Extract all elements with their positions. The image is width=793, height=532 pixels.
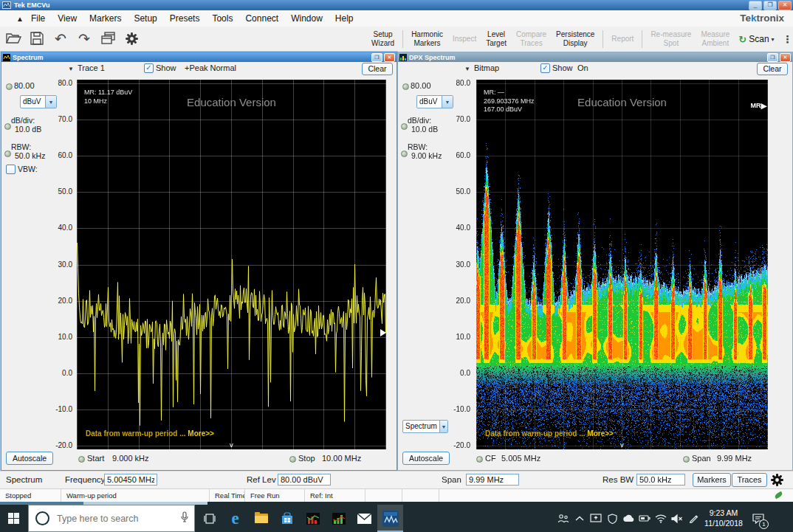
start-label: Start	[87, 454, 104, 463]
adjust-knob-icon[interactable]	[78, 456, 85, 463]
windows-start-icon[interactable]	[0, 505, 27, 532]
taskbar-clock[interactable]: 9:23 AM 11/10/2018	[701, 508, 746, 528]
ref-level-value[interactable]: 80.00	[411, 81, 431, 90]
more-link[interactable]: More>>	[188, 429, 214, 438]
open-folder-icon[interactable]	[4, 29, 22, 48]
cf-value[interactable]: 5.005 MHz	[501, 454, 540, 463]
show-checkbox[interactable]: ✓	[144, 63, 154, 73]
education-watermark: Education Version	[77, 96, 386, 108]
toolbar: ↶ ↷ SetupWizardHarmonicMarkersInspectLev…	[0, 27, 793, 52]
vbw-checkbox[interactable]	[6, 165, 16, 174]
rbw-value[interactable]: 9.00 kHz	[411, 151, 442, 160]
external-display-icon[interactable]	[588, 505, 604, 532]
adjust-knob-icon[interactable]	[401, 151, 408, 157]
task-view-icon[interactable]	[196, 505, 222, 532]
adjust-knob-icon[interactable]	[289, 456, 296, 463]
autoscale-button[interactable]: Autoscale	[402, 452, 450, 465]
adjust-knob-icon[interactable]	[401, 123, 408, 130]
undo-icon[interactable]: ↶	[52, 29, 69, 48]
panel-restore-button[interactable]: ❐	[371, 53, 382, 62]
toolbar-button-level-target[interactable]: LevelTarget	[482, 30, 510, 48]
stop-value[interactable]: 10.00 MHz	[322, 454, 361, 463]
menu-item-file[interactable]: File	[31, 13, 45, 24]
menu-item-presets[interactable]: Presets	[170, 13, 200, 24]
autoscale-button[interactable]: Autoscale	[6, 452, 53, 465]
panel-close-button[interactable]: ✕	[384, 53, 395, 62]
traces-button[interactable]: Traces	[732, 473, 767, 487]
edge-browser-icon[interactable]: e	[222, 505, 248, 532]
more-vertical-icon[interactable]: ⋮	[780, 33, 793, 45]
settings-gear-icon[interactable]	[123, 29, 140, 48]
volume-mute-icon[interactable]	[669, 505, 685, 532]
ref-lev-input[interactable]	[278, 474, 331, 486]
start-value[interactable]: 9.000 kHz	[112, 454, 149, 463]
adjust-knob-icon[interactable]	[6, 83, 13, 90]
cf-label: CF	[485, 454, 496, 463]
clear-button[interactable]: Clear	[757, 63, 788, 75]
span-input[interactable]	[466, 474, 519, 486]
db-div-value[interactable]: 10.0 dB	[15, 125, 41, 134]
adjust-knob-icon[interactable]	[4, 123, 11, 130]
window-close-button[interactable]: ✕	[778, 1, 792, 10]
span-value[interactable]: 9.99 MHz	[717, 454, 752, 463]
power-plug-icon[interactable]	[636, 505, 653, 532]
mr-edge-marker[interactable]: MR▶	[751, 102, 767, 109]
redo-icon[interactable]: ↷	[75, 29, 93, 48]
toolbar-separator	[402, 30, 403, 48]
statusbar: StoppedWarm-up periodReal TimeFree RunRe…	[0, 488, 793, 502]
search-input[interactable]	[55, 513, 181, 525]
cascade-windows-icon[interactable]	[99, 29, 117, 48]
adjust-knob-icon[interactable]	[4, 151, 11, 157]
panel-close-button[interactable]: ✕	[780, 53, 791, 62]
toolbar-button-persistence-display[interactable]: PersistenceDisplay	[552, 30, 598, 48]
tek-emcvu-icon[interactable]	[377, 505, 403, 532]
collapse-arrow-icon[interactable]: ▲	[16, 15, 24, 23]
frequency-input[interactable]	[104, 474, 157, 486]
taskbar-search[interactable]	[28, 505, 195, 532]
panel-restore-button[interactable]: ❐	[767, 53, 778, 62]
menu-item-window[interactable]: Window	[291, 13, 323, 24]
menu-item-tools[interactable]: Tools	[212, 13, 233, 24]
res-bw-input[interactable]	[636, 474, 685, 486]
menu-item-markers[interactable]: Markers	[89, 13, 121, 24]
db-div-label: dB/div:	[408, 116, 431, 125]
screen: Tek EMCVu _ ❐ ✕ ▲ FileViewMarkersSetupPr…	[0, 0, 793, 532]
toolbar-button-setup-wizard[interactable]: SetupWizard	[368, 30, 398, 48]
pen-icon[interactable]	[685, 505, 701, 532]
adjust-knob-icon[interactable]	[683, 456, 690, 463]
people-icon[interactable]	[555, 505, 571, 532]
mail-icon[interactable]	[351, 505, 377, 532]
db-div-value[interactable]: 10.0 dB	[411, 125, 438, 134]
onedrive-cloud-icon[interactable]	[620, 505, 636, 532]
spectrum-canvas[interactable]	[77, 80, 386, 449]
window-minimize-button[interactable]: _	[749, 1, 762, 10]
trace-selector[interactable]: Bitmap	[474, 63, 499, 72]
markers-button[interactable]: Markers	[693, 473, 731, 487]
more-link[interactable]: More>>	[587, 429, 614, 438]
microsoft-store-icon[interactable]	[274, 505, 300, 532]
status-cell	[365, 489, 402, 502]
signal-analyzer-green-icon[interactable]	[326, 505, 351, 532]
show-checkbox[interactable]: ✓	[540, 63, 550, 73]
wifi-icon[interactable]	[653, 505, 669, 532]
signal-analyzer-red-icon[interactable]	[300, 505, 326, 532]
adjust-knob-icon[interactable]	[476, 456, 483, 463]
menu-item-view[interactable]: View	[58, 13, 77, 24]
menu-item-help[interactable]: Help	[335, 13, 354, 24]
save-icon[interactable]	[28, 29, 46, 48]
trace-selector[interactable]: Trace 1	[78, 63, 105, 72]
scan-button[interactable]: ↻ Scan ▾	[735, 34, 777, 45]
dpx-canvas[interactable]	[476, 80, 768, 449]
menu-item-setup[interactable]: Setup	[134, 13, 157, 24]
ref-level-value[interactable]: 80.00	[14, 81, 35, 90]
microphone-icon[interactable]	[181, 511, 188, 526]
action-center-icon[interactable]: 1	[746, 505, 771, 532]
window-restore-button[interactable]: ❐	[763, 1, 777, 10]
defender-shield-icon[interactable]	[604, 505, 620, 532]
chevron-up-icon[interactable]	[571, 505, 588, 532]
file-explorer-icon[interactable]	[248, 505, 274, 532]
adjust-knob-icon[interactable]	[402, 83, 409, 90]
clear-button[interactable]: Clear	[362, 63, 393, 75]
toolbar-button-harmonic-markers[interactable]: HarmonicMarkers	[408, 30, 447, 48]
menu-item-connect[interactable]: Connect	[245, 13, 278, 24]
